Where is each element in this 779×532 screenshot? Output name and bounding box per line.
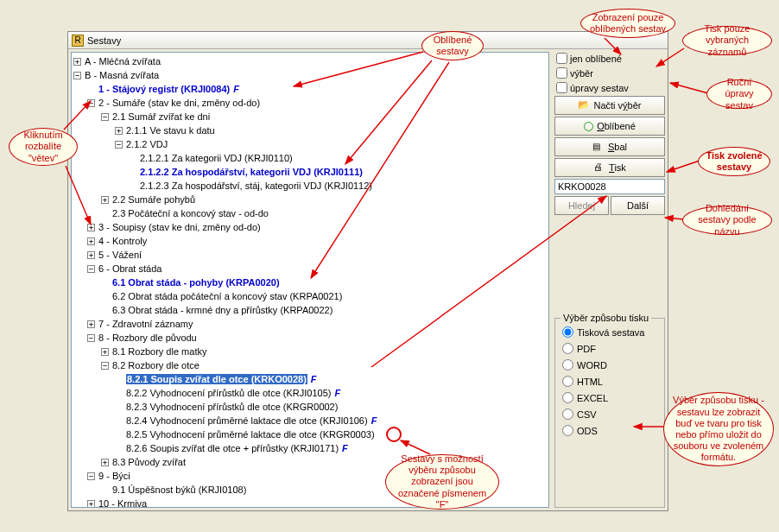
expander-icon[interactable]: +: [87, 238, 95, 245]
favorites-button[interactable]: Oblíbené: [554, 117, 665, 136]
tree-node[interactable]: 3 - Soupisy (stav ke dni, změny od-do): [98, 222, 261, 232]
tree-node[interactable]: 2.1.2.1 Za kategorii VDJ (KRJI0110): [140, 153, 293, 163]
f-badge-icon: F: [342, 443, 348, 453]
expander-icon[interactable]: −: [115, 141, 123, 149]
svg-line-8: [670, 83, 708, 93]
radio-excel[interactable]: [562, 392, 573, 403]
tree-node[interactable]: 8.2.5 Vyhodnocení průměrné laktace dle o…: [126, 429, 375, 440]
tree-node[interactable]: 8.2.2 Vyhodnocení přírůstků dle otce (KR…: [126, 388, 331, 398]
f-badge-icon: F: [371, 415, 377, 426]
label-excel: EXCEL: [577, 393, 608, 403]
label-selection: výběr: [570, 68, 593, 79]
callout-f-badge: Sestavy s možností výběru způsobu zobraz…: [385, 454, 499, 510]
highlight-f-circle: [386, 427, 402, 442]
print-mode-title: Výběr způsobu tisku: [560, 313, 651, 323]
tree-node[interactable]: 6.2 Obrat stáda počáteční a koncový stav…: [112, 291, 342, 301]
expander-icon[interactable]: −: [87, 334, 95, 342]
tree-node-favorite[interactable]: 6.1 Obrat stáda - pohyby (KRPA0020): [112, 277, 280, 288]
callout-print-mode: Výběr způsobu tisku - sestavu lze zobraz…: [663, 392, 774, 466]
tree-node[interactable]: 2.2 Sumáře pohybů: [112, 194, 195, 205]
radio-tiskova-sestava[interactable]: [562, 326, 573, 338]
tree-node[interactable]: 8.2.3 Vyhodnocení přírůstků dle otce (KR…: [126, 402, 338, 412]
print-button[interactable]: Tisk: [554, 158, 665, 177]
label-csv: CSV: [577, 409, 597, 420]
tree-node[interactable]: 8.1 Rozbory dle matky: [112, 346, 206, 357]
tree-node[interactable]: 8.3 Původy zvířat: [112, 457, 186, 467]
expander-icon[interactable]: −: [101, 362, 109, 370]
callout-search: Dohledání sestavy podle názvu: [682, 206, 772, 235]
tree-node[interactable]: 5 - Vážení: [98, 250, 142, 260]
label-html: HTML: [577, 377, 603, 387]
tree-node[interactable]: 2.1 Sumář zvířat ke dni: [112, 111, 210, 122]
tree-node[interactable]: 10 - Krmiva: [98, 498, 147, 508]
tree-node[interactable]: 2.1.2.3 Za hospodářství, stáj, kategorii…: [140, 180, 372, 191]
tree-node[interactable]: 2 - Sumáře (stav ke dni, změny od-do): [98, 98, 260, 108]
circle-icon: [584, 122, 593, 131]
print-mode-group: Výběr způsobu tisku Tisková sestava PDF …: [554, 318, 665, 508]
search-button[interactable]: Hledej: [554, 196, 609, 215]
tree-node[interactable]: 9.1 Úspěšnost býků (KRJI0108): [112, 484, 246, 495]
collapse-icon: [592, 141, 605, 153]
tree-node[interactable]: 8.2.4 Vyhodnocení průměrné laktace dle o…: [126, 415, 368, 426]
window-title: Sestavy: [87, 35, 121, 46]
radio-pdf[interactable]: [562, 343, 573, 354]
tree-node-favorite[interactable]: 1 - Stájový registr (KRJI0084): [98, 84, 230, 94]
tree-node[interactable]: 2.3 Počáteční a koncový stav - od-do: [112, 208, 269, 218]
expander-icon[interactable]: +: [101, 459, 109, 466]
tree-node[interactable]: 8.2.6 Soupis zvířat dle otce + přírůstky…: [126, 443, 339, 453]
callout-manual-edits: Ruční úpravy sestav: [706, 79, 772, 109]
tree-node[interactable]: 7 - Zdravotní záznamy: [98, 319, 193, 329]
f-badge-icon: F: [233, 84, 239, 94]
load-selection-button[interactable]: Načti výběr: [554, 96, 665, 115]
titlebar: R Sestavy: [68, 32, 668, 49]
expander-icon[interactable]: −: [87, 99, 95, 107]
expander-icon[interactable]: −: [73, 72, 81, 79]
label-only-favorites: jen oblíbené: [570, 54, 622, 64]
folder-icon: [578, 99, 590, 111]
next-button[interactable]: Další: [611, 196, 665, 215]
tree-node-favorite[interactable]: 2.1.2.2 Za hospodářství, kategorii VDJ (…: [140, 167, 363, 177]
checkbox-selection[interactable]: [556, 67, 567, 79]
tree-node[interactable]: B - Masná zvířata: [85, 70, 159, 80]
f-badge-icon: F: [311, 374, 317, 384]
tree-node[interactable]: 8 - Rozbory dle původu: [98, 332, 197, 343]
app-icon: R: [72, 35, 84, 47]
tree-node[interactable]: 2.1.2 VDJ: [126, 139, 168, 149]
expander-icon[interactable]: −: [101, 113, 109, 121]
expander-icon[interactable]: +: [87, 224, 95, 231]
tree-node[interactable]: 2.1.1 Ve stavu k datu: [126, 125, 215, 136]
callout-only-favorites: Zobrazení pouze oblíbených sestav: [580, 9, 675, 38]
tree-node[interactable]: 4 - Kontroly: [98, 236, 147, 246]
label-ods: ODS: [577, 426, 598, 436]
tree-node[interactable]: 6 - Obrat stáda: [98, 263, 162, 274]
expander-icon[interactable]: −: [87, 265, 95, 273]
expander-icon[interactable]: +: [101, 196, 109, 204]
radio-html[interactable]: [562, 376, 573, 387]
checkbox-only-favorites[interactable]: [556, 53, 567, 64]
tree-node[interactable]: 8.2 Rozbory dle otce: [112, 360, 200, 370]
collapse-button[interactable]: Sbal: [554, 137, 665, 156]
callout-selection-print: Tisk pouze vybraných záznamů: [682, 26, 772, 55]
label-word: WORD: [577, 360, 607, 370]
tree-node-selected[interactable]: 8.2.1 Soupis zvířat dle otce (KRKO0028): [126, 374, 307, 384]
report-tree[interactable]: +A - Mléčná zvířata −B - Masná zvířata 1…: [71, 52, 549, 508]
expander-icon[interactable]: +: [87, 251, 95, 259]
radio-word[interactable]: [562, 359, 573, 370]
side-panel: jen oblíbené výběr úpravy sestav Načti v…: [552, 49, 668, 510]
tree-node[interactable]: A - Mléčná zvířata: [85, 56, 161, 66]
radio-ods[interactable]: [562, 425, 573, 436]
expander-icon[interactable]: +: [87, 500, 95, 508]
expander-icon[interactable]: +: [87, 320, 95, 328]
radio-csv[interactable]: [562, 408, 573, 420]
tree-node[interactable]: 9 - Býci: [98, 471, 130, 481]
checkbox-edits[interactable]: [556, 82, 567, 93]
expander-icon[interactable]: +: [73, 58, 81, 66]
search-input[interactable]: [554, 179, 665, 194]
expander-icon[interactable]: +: [101, 348, 109, 356]
reports-window: R Sestavy +A - Mléčná zvířata −B - Masná…: [67, 31, 668, 511]
f-badge-icon: F: [334, 388, 340, 398]
expander-icon[interactable]: +: [115, 127, 123, 135]
callout-print-selected: Tisk zvolené sestavy: [698, 147, 770, 176]
tree-node[interactable]: 6.3 Obrat stáda - krmné dny a přírůstky …: [112, 305, 332, 315]
expander-icon[interactable]: −: [87, 472, 95, 480]
